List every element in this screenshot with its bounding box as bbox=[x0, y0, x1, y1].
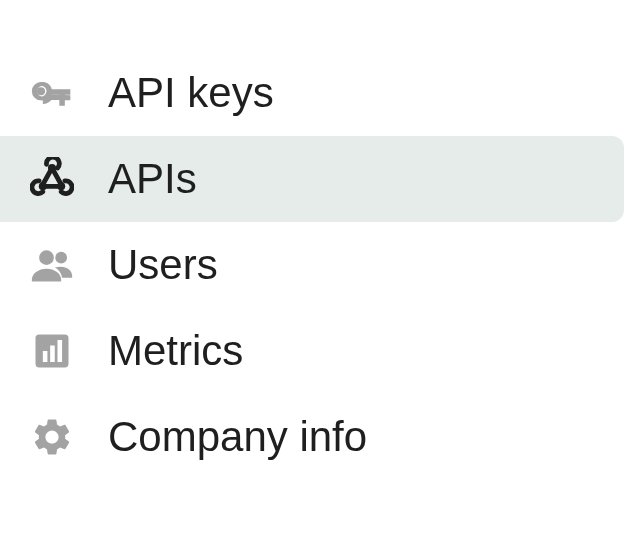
chart-icon bbox=[30, 326, 80, 376]
webhook-icon bbox=[30, 154, 80, 204]
svg-point-5 bbox=[55, 252, 67, 264]
sidebar-item-label: Metrics bbox=[108, 327, 243, 375]
sidebar-item-users[interactable]: Users bbox=[0, 222, 624, 308]
sidebar-item-api-keys[interactable]: API keys bbox=[0, 50, 624, 136]
svg-point-3 bbox=[57, 182, 65, 190]
sidebar-item-apis[interactable]: APIs bbox=[0, 136, 624, 222]
key-icon bbox=[30, 68, 80, 118]
svg-point-1 bbox=[48, 164, 56, 172]
svg-rect-7 bbox=[43, 351, 48, 362]
svg-rect-8 bbox=[50, 346, 55, 363]
svg-point-4 bbox=[39, 250, 54, 265]
svg-rect-9 bbox=[58, 340, 63, 362]
gear-icon bbox=[30, 412, 80, 462]
sidebar-item-company-info[interactable]: Company info bbox=[0, 394, 624, 480]
svg-point-0 bbox=[37, 87, 45, 95]
users-icon bbox=[30, 240, 80, 290]
sidebar-item-metrics[interactable]: Metrics bbox=[0, 308, 624, 394]
sidebar-nav: API keys APIs bbox=[0, 0, 632, 480]
sidebar-item-label: Company info bbox=[108, 413, 367, 461]
sidebar-item-label: APIs bbox=[108, 155, 197, 203]
sidebar-item-label: API keys bbox=[108, 69, 274, 117]
svg-point-2 bbox=[39, 182, 47, 190]
sidebar-item-label: Users bbox=[108, 241, 218, 289]
